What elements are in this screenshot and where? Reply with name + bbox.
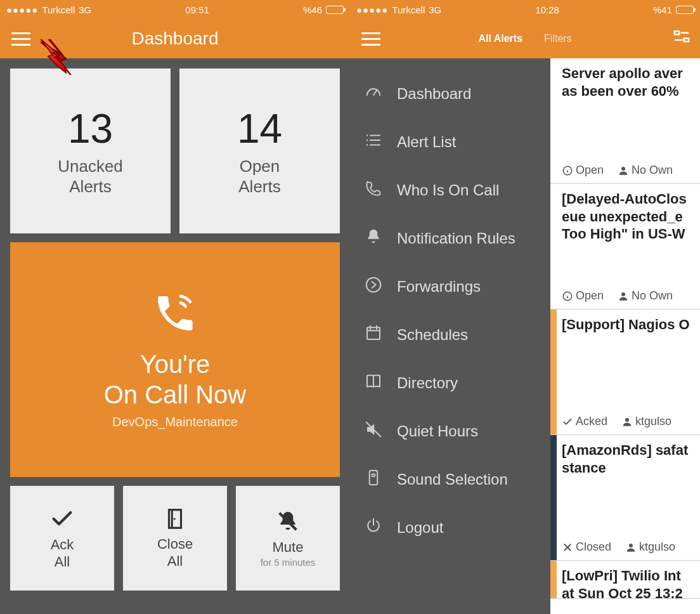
svg-line-8 — [373, 91, 377, 96]
close-label2: All — [167, 553, 183, 569]
menu-item-label: Quiet Hours — [397, 422, 478, 440]
forward-icon — [364, 275, 383, 298]
user-icon — [618, 291, 629, 302]
alert-status: Acked — [576, 415, 607, 428]
sound-icon — [364, 468, 383, 491]
alert-title: [Support] Nagios O — [562, 316, 695, 334]
check-icon — [49, 506, 75, 532]
alert-status: Open — [576, 164, 604, 177]
network-label: 3G — [429, 4, 441, 15]
menu-item-label: Sound Selection — [397, 471, 508, 488]
menu-item-dashboard[interactable]: Dashboard — [350, 70, 550, 118]
annotation-arrow-icon — [37, 39, 81, 77]
svg-point-31 — [621, 292, 625, 296]
svg-point-35 — [629, 544, 633, 547]
screen-alerts: ●●●●● Turkcell 3G 10:28 %41 All Alerts F… — [350, 0, 700, 614]
alert-item[interactable]: [Delayed-AutoCloseue unexpected_eToo Hig… — [550, 184, 700, 310]
signal-dots-icon: ●●●●● — [356, 4, 388, 15]
settings-toggle-icon[interactable] — [672, 27, 691, 50]
menu-item-directory[interactable]: Directory — [350, 359, 550, 407]
unacked-alerts-tile[interactable]: 13 Unacked Alerts — [10, 69, 171, 233]
menu-item-label: Notification Rules — [397, 230, 515, 247]
status-bar: ●●●●● Turkcell 3G 10:28 %41 — [350, 0, 700, 19]
status-icon — [562, 416, 573, 428]
user-icon — [625, 542, 637, 553]
menu-item-label: Schedules — [397, 326, 468, 344]
carrier-label: Turkcell — [42, 4, 75, 15]
side-menu: DashboardAlert ListWho Is On CallNotific… — [350, 58, 550, 614]
alert-title: [AmazonRds] safatstance — [562, 441, 695, 476]
menu-button[interactable] — [11, 32, 30, 46]
tab-all-alerts[interactable]: All Alerts — [478, 33, 522, 44]
menu-item-alert-list[interactable]: Alert List — [350, 118, 550, 166]
ack-label1: Ack — [51, 537, 74, 552]
menu-button[interactable] — [361, 32, 380, 46]
menu-item-forwardings[interactable]: Forwardings — [350, 263, 550, 311]
svg-point-32 — [625, 418, 629, 422]
mute-label: Mute — [273, 539, 304, 555]
alert-meta: Closed ktgulso — [562, 540, 695, 554]
menu-item-label: Directory — [397, 374, 458, 392]
alert-owner: ktgulso — [635, 415, 671, 428]
alert-stripe — [550, 561, 557, 598]
carrier-label: Turkcell — [392, 4, 425, 15]
calendar-icon — [364, 323, 383, 346]
alert-status: Open — [576, 289, 604, 303]
screen-dashboard: ●●●●● Turkcell 3G 09:51 %46 Dashboard — [0, 0, 350, 614]
menu-item-notification-rules[interactable]: Notification Rules — [350, 214, 550, 263]
svg-rect-6 — [684, 39, 689, 42]
alert-meta: Acked ktgulso — [562, 415, 695, 428]
menu-item-label: Alert List — [397, 133, 456, 151]
alert-item[interactable]: [LowPri] Twilio Intat Sun Oct 25 13:2 — [550, 561, 700, 599]
bell-icon — [364, 227, 383, 250]
tab-filters[interactable]: Filters — [544, 33, 572, 44]
svg-rect-16 — [367, 327, 380, 339]
alert-item[interactable]: [AmazonRds] safatstance Closed ktgulso — [550, 435, 700, 561]
alert-title: [Delayed-AutoCloseue unexpected_eToo Hig… — [562, 190, 695, 243]
alert-stripe — [550, 184, 557, 309]
menu-item-label: Forwardings — [397, 278, 481, 296]
open-label1: Open — [240, 157, 280, 176]
bell-mute-icon — [275, 509, 301, 534]
open-count: 14 — [237, 105, 282, 152]
door-icon — [163, 507, 187, 531]
menu-item-label: Logout — [397, 519, 443, 537]
power-icon — [364, 516, 383, 539]
svg-point-13 — [366, 140, 368, 141]
ack-all-button[interactable]: Ack All — [10, 486, 114, 591]
menu-item-logout[interactable]: Logout — [350, 504, 550, 552]
alert-owner: No Own — [632, 164, 673, 177]
alert-title: [LowPri] Twilio Intat Sun Oct 25 13:2 — [562, 567, 695, 602]
gauge-icon — [364, 82, 383, 105]
status-icon — [562, 291, 573, 302]
alert-owner: No Own — [632, 289, 673, 303]
mute-button[interactable]: Mute for 5 minutes — [236, 486, 340, 591]
alerts-list[interactable]: Server apollo averas been over 60% Open … — [550, 58, 700, 614]
phone-ringing-icon — [152, 291, 198, 339]
unacked-count: 13 — [68, 105, 113, 152]
mute-icon — [364, 420, 383, 443]
clock-label: 09:51 — [185, 4, 209, 15]
alert-title: Server apollo averas been over 60% — [562, 65, 695, 100]
menu-item-sound-selection[interactable]: Sound Selection — [350, 455, 550, 504]
user-icon — [621, 416, 633, 428]
menu-item-quiet-hours[interactable]: Quiet Hours — [350, 407, 550, 455]
clock-label: 10:28 — [535, 4, 559, 15]
on-call-tile[interactable]: You're On Call Now DevOps_Maintenance — [10, 242, 340, 477]
close-all-button[interactable]: Close All — [123, 486, 227, 591]
list-icon — [364, 131, 383, 154]
dashboard-body: 13 Unacked Alerts 14 Open Alerts — [0, 58, 350, 614]
menu-item-schedules[interactable]: Schedules — [350, 311, 550, 359]
unacked-label1: Unacked — [58, 157, 123, 176]
alert-status: Closed — [576, 540, 611, 554]
battery-icon — [676, 6, 694, 14]
alert-item[interactable]: Server apollo averas been over 60% Open … — [550, 58, 700, 184]
phone-icon — [364, 179, 383, 202]
signal-dots-icon: ●●●●● — [6, 4, 38, 15]
alert-item[interactable]: [Support] Nagios O Acked ktgulso — [550, 310, 700, 435]
ack-label2: All — [55, 554, 70, 570]
menu-item-who-is-on-call[interactable]: Who Is On Call — [350, 166, 550, 214]
open-alerts-tile[interactable]: 14 Open Alerts — [179, 69, 340, 233]
svg-point-27 — [621, 167, 625, 171]
oncall-line2: On Call Now — [104, 381, 247, 408]
